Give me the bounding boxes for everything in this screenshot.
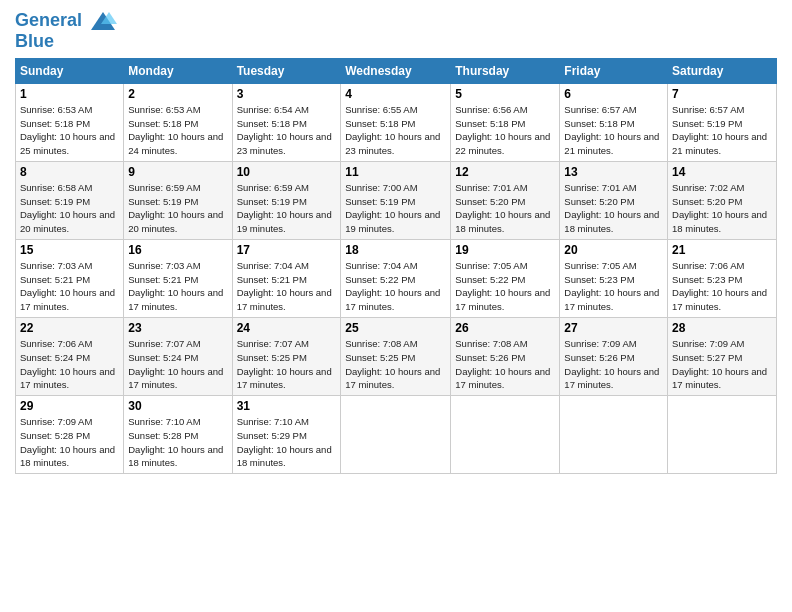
day-info: Sunrise: 7:08 AMSunset: 5:25 PMDaylight:… (345, 337, 446, 392)
calendar-week-4: 22Sunrise: 7:06 AMSunset: 5:24 PMDayligh… (16, 317, 777, 395)
calendar-week-2: 8Sunrise: 6:58 AMSunset: 5:19 PMDaylight… (16, 161, 777, 239)
day-number: 24 (237, 321, 337, 335)
weekday-header-tuesday: Tuesday (232, 58, 341, 83)
calendar-day-5: 5Sunrise: 6:56 AMSunset: 5:18 PMDaylight… (451, 83, 560, 161)
day-info: Sunrise: 6:59 AMSunset: 5:19 PMDaylight:… (128, 181, 227, 236)
calendar-day-9: 9Sunrise: 6:59 AMSunset: 5:19 PMDaylight… (124, 161, 232, 239)
calendar-day-24: 24Sunrise: 7:07 AMSunset: 5:25 PMDayligh… (232, 317, 341, 395)
day-number: 25 (345, 321, 446, 335)
day-number: 14 (672, 165, 772, 179)
calendar-day-30: 30Sunrise: 7:10 AMSunset: 5:28 PMDayligh… (124, 396, 232, 474)
day-info: Sunrise: 6:53 AMSunset: 5:18 PMDaylight:… (20, 103, 119, 158)
calendar-day-13: 13Sunrise: 7:01 AMSunset: 5:20 PMDayligh… (560, 161, 668, 239)
day-number: 1 (20, 87, 119, 101)
day-info: Sunrise: 7:02 AMSunset: 5:20 PMDaylight:… (672, 181, 772, 236)
calendar-day-19: 19Sunrise: 7:05 AMSunset: 5:22 PMDayligh… (451, 239, 560, 317)
calendar-day-22: 22Sunrise: 7:06 AMSunset: 5:24 PMDayligh… (16, 317, 124, 395)
calendar-day-27: 27Sunrise: 7:09 AMSunset: 5:26 PMDayligh… (560, 317, 668, 395)
day-info: Sunrise: 6:57 AMSunset: 5:18 PMDaylight:… (564, 103, 663, 158)
calendar-day-2: 2Sunrise: 6:53 AMSunset: 5:18 PMDaylight… (124, 83, 232, 161)
day-number: 23 (128, 321, 227, 335)
calendar-day-20: 20Sunrise: 7:05 AMSunset: 5:23 PMDayligh… (560, 239, 668, 317)
day-info: Sunrise: 6:56 AMSunset: 5:18 PMDaylight:… (455, 103, 555, 158)
calendar-header-row: SundayMondayTuesdayWednesdayThursdayFrid… (16, 58, 777, 83)
day-number: 2 (128, 87, 227, 101)
day-info: Sunrise: 7:09 AMSunset: 5:27 PMDaylight:… (672, 337, 772, 392)
day-info: Sunrise: 6:55 AMSunset: 5:18 PMDaylight:… (345, 103, 446, 158)
day-info: Sunrise: 7:07 AMSunset: 5:25 PMDaylight:… (237, 337, 337, 392)
page-container: General Blue SundayMondayTuesdayWednesda… (0, 0, 792, 479)
day-number: 17 (237, 243, 337, 257)
day-info: Sunrise: 7:09 AMSunset: 5:26 PMDaylight:… (564, 337, 663, 392)
calendar-week-1: 1Sunrise: 6:53 AMSunset: 5:18 PMDaylight… (16, 83, 777, 161)
day-number: 21 (672, 243, 772, 257)
calendar-day-25: 25Sunrise: 7:08 AMSunset: 5:25 PMDayligh… (341, 317, 451, 395)
header: General Blue (15, 10, 777, 52)
day-number: 7 (672, 87, 772, 101)
day-info: Sunrise: 6:53 AMSunset: 5:18 PMDaylight:… (128, 103, 227, 158)
weekday-header-monday: Monday (124, 58, 232, 83)
calendar-day-6: 6Sunrise: 6:57 AMSunset: 5:18 PMDaylight… (560, 83, 668, 161)
calendar-day-15: 15Sunrise: 7:03 AMSunset: 5:21 PMDayligh… (16, 239, 124, 317)
calendar-day-7: 7Sunrise: 6:57 AMSunset: 5:19 PMDaylight… (668, 83, 777, 161)
day-number: 10 (237, 165, 337, 179)
day-info: Sunrise: 7:01 AMSunset: 5:20 PMDaylight:… (564, 181, 663, 236)
day-info: Sunrise: 7:01 AMSunset: 5:20 PMDaylight:… (455, 181, 555, 236)
calendar-day-10: 10Sunrise: 6:59 AMSunset: 5:19 PMDayligh… (232, 161, 341, 239)
day-number: 22 (20, 321, 119, 335)
empty-cell (451, 396, 560, 474)
day-info: Sunrise: 7:10 AMSunset: 5:28 PMDaylight:… (128, 415, 227, 470)
logo-text: General (15, 10, 117, 32)
day-info: Sunrise: 6:59 AMSunset: 5:19 PMDaylight:… (237, 181, 337, 236)
day-info: Sunrise: 7:06 AMSunset: 5:24 PMDaylight:… (20, 337, 119, 392)
day-number: 13 (564, 165, 663, 179)
calendar-day-17: 17Sunrise: 7:04 AMSunset: 5:21 PMDayligh… (232, 239, 341, 317)
day-number: 4 (345, 87, 446, 101)
day-info: Sunrise: 7:03 AMSunset: 5:21 PMDaylight:… (20, 259, 119, 314)
day-info: Sunrise: 7:05 AMSunset: 5:22 PMDaylight:… (455, 259, 555, 314)
day-info: Sunrise: 7:07 AMSunset: 5:24 PMDaylight:… (128, 337, 227, 392)
day-number: 16 (128, 243, 227, 257)
calendar-day-18: 18Sunrise: 7:04 AMSunset: 5:22 PMDayligh… (341, 239, 451, 317)
day-info: Sunrise: 7:10 AMSunset: 5:29 PMDaylight:… (237, 415, 337, 470)
weekday-header-thursday: Thursday (451, 58, 560, 83)
day-number: 30 (128, 399, 227, 413)
calendar-day-23: 23Sunrise: 7:07 AMSunset: 5:24 PMDayligh… (124, 317, 232, 395)
weekday-header-sunday: Sunday (16, 58, 124, 83)
day-number: 28 (672, 321, 772, 335)
calendar-day-11: 11Sunrise: 7:00 AMSunset: 5:19 PMDayligh… (341, 161, 451, 239)
day-info: Sunrise: 6:57 AMSunset: 5:19 PMDaylight:… (672, 103, 772, 158)
calendar-day-14: 14Sunrise: 7:02 AMSunset: 5:20 PMDayligh… (668, 161, 777, 239)
calendar-day-1: 1Sunrise: 6:53 AMSunset: 5:18 PMDaylight… (16, 83, 124, 161)
empty-cell (341, 396, 451, 474)
day-number: 26 (455, 321, 555, 335)
day-info: Sunrise: 7:04 AMSunset: 5:22 PMDaylight:… (345, 259, 446, 314)
calendar-day-31: 31Sunrise: 7:10 AMSunset: 5:29 PMDayligh… (232, 396, 341, 474)
day-info: Sunrise: 6:54 AMSunset: 5:18 PMDaylight:… (237, 103, 337, 158)
day-number: 9 (128, 165, 227, 179)
day-info: Sunrise: 7:08 AMSunset: 5:26 PMDaylight:… (455, 337, 555, 392)
calendar-week-3: 15Sunrise: 7:03 AMSunset: 5:21 PMDayligh… (16, 239, 777, 317)
weekday-header-wednesday: Wednesday (341, 58, 451, 83)
logo-blue-text: Blue (15, 32, 117, 52)
calendar-day-21: 21Sunrise: 7:06 AMSunset: 5:23 PMDayligh… (668, 239, 777, 317)
day-number: 11 (345, 165, 446, 179)
day-number: 27 (564, 321, 663, 335)
calendar-day-29: 29Sunrise: 7:09 AMSunset: 5:28 PMDayligh… (16, 396, 124, 474)
calendar-day-16: 16Sunrise: 7:03 AMSunset: 5:21 PMDayligh… (124, 239, 232, 317)
day-number: 31 (237, 399, 337, 413)
day-number: 29 (20, 399, 119, 413)
weekday-header-friday: Friday (560, 58, 668, 83)
day-info: Sunrise: 7:06 AMSunset: 5:23 PMDaylight:… (672, 259, 772, 314)
day-number: 18 (345, 243, 446, 257)
day-number: 20 (564, 243, 663, 257)
day-number: 15 (20, 243, 119, 257)
day-number: 3 (237, 87, 337, 101)
day-info: Sunrise: 7:09 AMSunset: 5:28 PMDaylight:… (20, 415, 119, 470)
logo: General Blue (15, 10, 117, 52)
day-info: Sunrise: 7:04 AMSunset: 5:21 PMDaylight:… (237, 259, 337, 314)
calendar-day-12: 12Sunrise: 7:01 AMSunset: 5:20 PMDayligh… (451, 161, 560, 239)
day-info: Sunrise: 7:03 AMSunset: 5:21 PMDaylight:… (128, 259, 227, 314)
calendar-week-5: 29Sunrise: 7:09 AMSunset: 5:28 PMDayligh… (16, 396, 777, 474)
day-number: 12 (455, 165, 555, 179)
